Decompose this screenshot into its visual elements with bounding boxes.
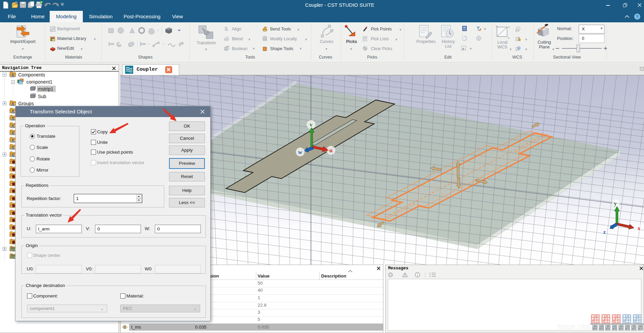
svg-text:u: u	[508, 25, 510, 28]
svg-text:y: y	[614, 201, 617, 207]
svg-text:z: z	[603, 229, 605, 235]
svg-text:w: w	[496, 24, 498, 28]
svg-text:u: u	[508, 36, 509, 39]
svg-text:u: u	[329, 147, 332, 154]
svg-text:v: v	[310, 121, 313, 128]
svg-text:w: w	[298, 149, 303, 155]
svg-text:i: i	[478, 37, 479, 40]
svg-text:x: x	[638, 225, 640, 231]
svg-text:?: ?	[636, 14, 639, 19]
